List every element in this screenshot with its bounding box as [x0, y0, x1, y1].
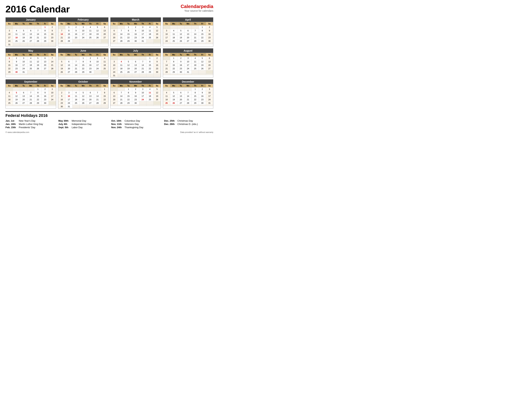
calendar-cell	[199, 70, 206, 74]
calendar-cell: 28	[34, 39, 41, 43]
day-header-th: Th	[34, 22, 41, 26]
calendar-cell: 5	[13, 91, 20, 95]
day-header-mo: Mo	[170, 84, 177, 87]
calendar-cell	[87, 74, 94, 75]
calendar-cell: 27	[111, 39, 118, 43]
footer-disclaimer: Data provided 'as is' without warranty	[180, 131, 213, 133]
calendar-cell: 4	[192, 57, 199, 60]
calendar-cell: 13	[111, 95, 118, 98]
calendar-cell	[27, 74, 34, 75]
calendar-cell: 21	[184, 98, 192, 101]
day-header-we: We	[132, 84, 139, 87]
calendar-cell: 21	[139, 67, 146, 70]
calendar-cell: 29	[6, 70, 13, 74]
calendar-cell	[132, 74, 139, 77]
calendar-cell	[72, 87, 79, 91]
calendar-cell: 19	[94, 32, 101, 36]
month-title: November	[111, 79, 161, 84]
holiday-row: Jan. 18thMartin Luther King Day	[5, 123, 55, 125]
calendar-cell: 18	[118, 67, 125, 70]
day-header-tu: Tu	[125, 53, 132, 57]
calendar-cell: 15	[125, 32, 132, 36]
calendar-cell: 26	[80, 101, 87, 105]
calendar-cell: 25	[192, 67, 199, 70]
brand-calendar: Calendar	[181, 4, 201, 9]
calendar-cell: 5	[177, 29, 184, 32]
calendar-cell: 14	[163, 63, 170, 67]
holiday-name: Thanksgiving Day	[124, 126, 143, 129]
day-header-mo: Mo	[170, 22, 177, 26]
day-header-mo: Mo	[13, 22, 20, 26]
calendar-cell: 4	[146, 87, 153, 91]
calendar-cell: 18	[27, 63, 34, 67]
calendar-cell: 8	[192, 91, 199, 95]
calendar-cell: 20	[27, 36, 34, 39]
calendar-cell: 26	[94, 36, 101, 39]
calendar-cell	[139, 74, 146, 77]
calendar-cell	[72, 57, 79, 60]
footer-copyright: © www.calendarpedia.com	[5, 131, 29, 133]
holiday-date: Sept. 5th	[58, 126, 70, 129]
calendar-cell: 3	[20, 57, 27, 60]
day-header-th: Th	[192, 22, 199, 26]
holiday-name: Columbus Day	[124, 119, 140, 122]
calendar-cell	[184, 74, 192, 75]
calendar-cell: 3	[111, 60, 118, 63]
calendar-cell: 20	[184, 36, 192, 39]
calendar-cell: 8	[101, 91, 108, 95]
calendar-cell	[72, 43, 79, 44]
calendar-cell: 13	[111, 32, 118, 36]
calendar-cell: 23	[58, 101, 65, 105]
calendar-cell: 18	[72, 98, 79, 101]
calendar-cell	[125, 43, 132, 44]
holiday-row: Feb. 15thPresidents' Day	[5, 126, 55, 129]
calendar-cell: 5	[153, 26, 161, 29]
calendar-cell	[177, 43, 184, 44]
day-header-th: Th	[139, 22, 146, 26]
page-title: 2016 Calendar	[5, 4, 70, 15]
calendar-cell: 20	[101, 32, 108, 36]
calendar-cell: 13	[42, 60, 49, 63]
day-header-mo: Mo	[65, 53, 72, 57]
calendar-cell: 22	[125, 36, 132, 39]
calendar-cell: 4	[170, 29, 177, 32]
day-header-mo: Mo	[65, 84, 72, 87]
calendar-cell: 4	[72, 91, 79, 95]
calendar-cell: 6	[111, 91, 118, 95]
calendar-cell: 25	[170, 39, 177, 43]
day-header-fr: Fr	[94, 84, 101, 87]
day-header-su: Su	[163, 22, 170, 26]
calendar-cell: 23	[42, 98, 49, 101]
calendar-cell	[125, 74, 132, 77]
calendar-cell	[192, 26, 199, 29]
calendar-cell: 20	[20, 98, 27, 101]
holiday-name: Christmas D. (obs.)	[177, 123, 198, 125]
calendar-cell	[80, 105, 87, 108]
calendar-cell: 13	[20, 95, 27, 98]
calendar-cell: 17	[184, 63, 192, 67]
calendar-cell: 25	[87, 36, 94, 39]
calendar-cell: 12	[199, 60, 206, 63]
day-header-sa: Sa	[101, 84, 108, 87]
calendar-cell	[163, 87, 170, 91]
calendar-cell: 3	[65, 91, 72, 95]
calendar-cell	[146, 105, 153, 106]
calendar-cell: 8	[125, 91, 132, 95]
calendar-cell: 13	[206, 60, 213, 63]
calendar-cell: 22	[146, 67, 153, 70]
calendar-cell: 19	[13, 98, 20, 101]
calendar-cell	[206, 105, 213, 106]
day-header-su: Su	[6, 84, 13, 87]
calendar-cell: 9	[132, 29, 139, 32]
calendar-cell: 4	[101, 57, 108, 60]
holiday-name: Martin Luther King Day	[19, 123, 43, 125]
day-header-sa: Sa	[101, 53, 108, 57]
calendar-cell: 6	[101, 26, 108, 29]
calendar-cell: 16	[13, 63, 20, 67]
calendar-cell: 8	[34, 91, 41, 95]
calendar-cell: 29	[192, 101, 199, 105]
calendar-cell: 16	[153, 63, 161, 67]
holiday-row: Nov. 24thThanksgiving Day	[111, 126, 161, 129]
calendar-cell: 22	[65, 36, 72, 39]
calendar-cell: 7	[72, 60, 79, 63]
